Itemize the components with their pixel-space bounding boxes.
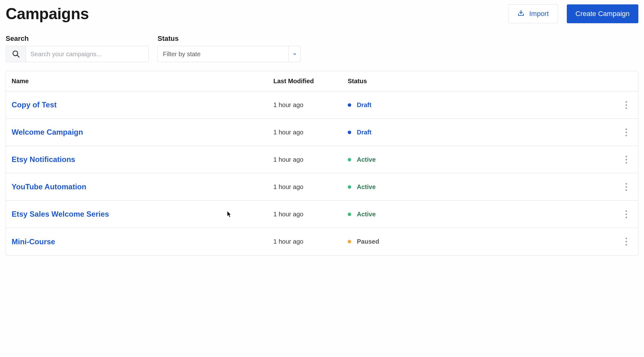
page-title: Campaigns [6,5,89,23]
search-input[interactable] [26,46,148,62]
more-options-icon[interactable] [624,99,629,111]
svg-point-0 [13,51,18,56]
chevron-down-icon [288,46,300,62]
status-badge: Active [348,211,376,218]
modified-time: 1 hour ago [273,238,303,245]
create-campaign-button[interactable]: Create Campaign [567,4,638,23]
modified-time: 1 hour ago [273,183,303,190]
status-dot-icon [348,131,351,134]
status-badge: Active [348,183,376,191]
header-actions: Import Create Campaign [508,4,638,23]
more-options-icon[interactable] [624,181,629,193]
status-dot-icon [348,158,351,161]
import-button[interactable]: Import [508,4,558,23]
column-header-modified[interactable]: Last Modified [273,78,348,85]
create-button-label: Create Campaign [576,10,630,18]
status-select[interactable]: Filter by state [158,46,301,62]
table-row: Mini-Course1 hour agoPaused [6,228,638,255]
modified-time: 1 hour ago [273,211,303,218]
more-options-icon[interactable] [624,127,629,138]
status-badge: Draft [348,101,372,109]
modified-time: 1 hour ago [273,156,303,163]
page-header: Campaigns Import Create Campaign [6,4,638,23]
campaign-name-link[interactable]: Etsy Sales Welcome Series [12,210,109,218]
campaign-name-link[interactable]: Etsy Notifications [12,155,75,164]
status-dot-icon [348,185,351,189]
status-dot-icon [348,213,351,216]
status-text: Draft [357,101,372,109]
status-select-placeholder: Filter by state [158,51,288,58]
filters-bar: Search Status Filter by state [6,35,638,62]
modified-time: 1 hour ago [273,129,303,136]
status-text: Active [357,156,376,163]
status-text: Draft [357,129,372,136]
table-body: Copy of Test1 hour agoDraftWelcome Campa… [6,91,638,255]
import-button-label: Import [529,10,549,18]
status-text: Active [357,183,376,191]
more-options-icon[interactable] [624,236,629,247]
campaign-name-link[interactable]: Copy of Test [12,100,57,109]
search-label: Search [6,35,149,43]
status-filter-group: Status Filter by state [158,35,301,62]
search-wrapper [6,46,149,62]
column-header-name[interactable]: Name [12,78,273,85]
modified-time: 1 hour ago [273,101,303,108]
campaigns-table: Name Last Modified Status Copy of Test1 … [6,71,638,256]
status-badge: Paused [348,238,379,245]
table-row: Copy of Test1 hour agoDraft [6,91,638,119]
status-dot-icon [348,103,351,107]
table-row: YouTube Automation1 hour agoActive [6,173,638,201]
campaign-name-link[interactable]: Welcome Campaign [12,128,83,136]
status-dot-icon [348,240,351,243]
more-options-icon[interactable] [624,154,629,165]
import-icon [517,9,525,19]
status-label: Status [158,35,301,43]
svg-line-1 [17,55,19,57]
campaign-name-link[interactable]: YouTube Automation [12,182,86,191]
campaign-name-link[interactable]: Mini-Course [12,237,55,246]
table-row: Etsy Sales Welcome Series1 hour agoActiv… [6,201,638,228]
status-text: Paused [357,238,379,245]
table-header: Name Last Modified Status [6,71,638,91]
status-badge: Active [348,156,376,163]
table-row: Etsy Notifications1 hour agoActive [6,146,638,173]
status-badge: Draft [348,129,372,136]
search-filter-group: Search [6,35,149,62]
more-options-icon[interactable] [624,208,629,220]
status-text: Active [357,211,376,218]
column-header-status[interactable]: Status [348,78,620,85]
table-row: Welcome Campaign1 hour agoDraft [6,119,638,146]
search-icon [6,46,26,62]
